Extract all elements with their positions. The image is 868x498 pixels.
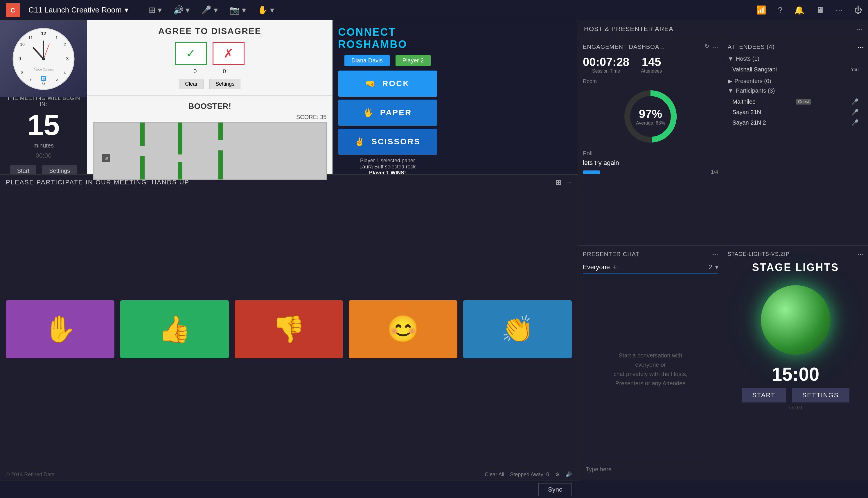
presenters-group-header[interactable]: ▶ Presenters (0) xyxy=(728,78,863,84)
presenter-chat-header: PRESENTER CHAT ··· xyxy=(583,250,718,259)
svg-text:4: 4 xyxy=(64,70,66,75)
meeting-timer-minutes: minutes xyxy=(34,142,54,149)
power-icon[interactable]: ⏻ xyxy=(854,5,862,15)
pipe-2 xyxy=(140,156,145,180)
attendees-menu-icon[interactable]: ··· xyxy=(857,43,863,51)
stage-settings-button[interactable]: SETTINGS xyxy=(792,388,850,403)
bell-icon[interactable]: 🔔 xyxy=(794,5,804,15)
chat-dropdown-icon[interactable]: ▾ xyxy=(715,264,718,271)
hands-up-menu-icon[interactable]: ··· xyxy=(566,178,572,186)
host-presenter-menu-icon[interactable]: ··· xyxy=(856,25,862,33)
participants-group-header[interactable]: ▼ Participants (3) xyxy=(728,88,863,94)
thumbs-up-card[interactable]: 👍 xyxy=(120,300,229,358)
stage-lights-menu-icon[interactable]: ··· xyxy=(857,250,863,259)
stepped-away: Stepped Away: 0 xyxy=(510,472,549,478)
agree-settings-button[interactable]: Settings xyxy=(209,79,240,89)
chat-input[interactable] xyxy=(586,466,715,473)
volume-icon[interactable]: 🔊 xyxy=(565,471,572,478)
svg-text:6: 6 xyxy=(42,81,45,86)
agree-disagree-title: AGREE TO DISAGREE xyxy=(158,26,261,36)
engagement-title: ENGAGEMENT DASHBOA... xyxy=(583,43,665,50)
scissors-button[interactable]: ✌ SCISSORS xyxy=(338,129,437,155)
stage-lights-filename: STAGE-LIGHTS-VS.ZIP xyxy=(728,251,790,257)
roshambo-title: CONNECT ROSHAMBO xyxy=(338,26,437,51)
donut-average: Average: 68% xyxy=(636,120,665,126)
roshambo-player2[interactable]: Player 2 xyxy=(395,55,431,66)
settings-gear-icon[interactable]: ⚙ xyxy=(555,471,560,478)
chat-recipient[interactable]: Everyone xyxy=(583,263,610,271)
analog-clock: 12 3 6 9 1 2 4 5 7 8 10 11 Adobe Connect xyxy=(12,27,76,91)
thumbs-down-card[interactable]: 👎 xyxy=(235,300,343,358)
smiley-card[interactable]: 😊 xyxy=(349,300,457,358)
svg-text:⊞: ⊞ xyxy=(42,77,45,80)
session-time-label: Session Time xyxy=(592,68,620,74)
meeting-timer: THE MEETING WILL BEGIN IN: 15 minutes 00… xyxy=(0,97,87,174)
mic-icon-3: 🎤 xyxy=(852,119,859,126)
pipe-5 xyxy=(219,122,223,140)
rock-button[interactable]: 🤜 ROCK xyxy=(338,70,437,97)
svg-text:9: 9 xyxy=(18,56,21,61)
participant-maithilee: Maithilee Guest 🎤 xyxy=(728,96,863,107)
signal-icon: 📶 xyxy=(756,5,766,15)
booster-score: SCORE: 35 xyxy=(93,114,327,120)
meeting-timer-number: 15 xyxy=(27,110,60,140)
booster-title: BOOSTER! xyxy=(93,102,327,111)
stage-lights-title: STAGE LIGHTS xyxy=(752,261,839,274)
screen-icon[interactable]: 🖥 xyxy=(816,5,824,15)
room-name[interactable]: C11 Launch Creative Room ▾ xyxy=(28,5,128,14)
volume-icon[interactable]: 🔊 ▾ xyxy=(173,5,190,15)
stage-start-button[interactable]: START xyxy=(742,388,786,403)
right-panel: HOST & PRESENTER AREA ··· ENGAGEMENT DAS… xyxy=(578,20,868,481)
mic-icon[interactable]: 🎤 ▾ xyxy=(201,5,218,15)
poll-title: Poll xyxy=(583,150,718,157)
stage-timer: 15:00 xyxy=(772,364,819,385)
hands-container: ✋ 👍 👎 😊 👏 xyxy=(0,190,578,468)
agree-counts: 0 0 xyxy=(194,68,226,75)
poll-bar xyxy=(583,170,600,174)
svg-text:2: 2 xyxy=(64,42,66,47)
engagement-menu-icon[interactable]: ··· xyxy=(712,43,718,51)
roshambo-player1[interactable]: Diana Davis xyxy=(344,55,390,66)
roshambo-players: Diana Davis Player 2 xyxy=(344,55,431,66)
hosts-group: ▼ Hosts (1) Vaishali Sangtani You xyxy=(728,55,863,75)
stage-lights-header: STAGE-LIGHTS-VS.ZIP ··· xyxy=(728,250,863,259)
attendees-stat: 145 Attendees xyxy=(641,55,662,74)
attendees-panel: ATTENDEES (4) ··· ▼ Hosts (1) Vaishali S… xyxy=(723,38,868,246)
svg-text:12: 12 xyxy=(41,31,46,36)
chat-count: 2 xyxy=(709,263,712,271)
svg-text:11: 11 xyxy=(28,36,33,40)
host-presenter-title: HOST & PRESENTER AREA xyxy=(584,25,673,33)
app-logo: C xyxy=(6,3,20,17)
pipe-1 xyxy=(140,122,145,146)
paper-button[interactable]: 🖐 PAPER xyxy=(338,100,437,126)
hand-raised-card[interactable]: ✋ xyxy=(6,300,115,358)
clear-all-button[interactable]: Clear All xyxy=(485,472,504,478)
svg-text:8: 8 xyxy=(21,70,24,75)
agree-count: 0 xyxy=(194,68,197,75)
grid-icon[interactable]: ⊞ xyxy=(555,178,561,186)
center-left-panel: AGREE TO DISAGREE ✓ ✗ 0 0 Clear Settings… xyxy=(87,20,332,174)
session-time-value: 00:07:28 xyxy=(583,55,629,68)
agree-button[interactable]: ✓ xyxy=(175,42,207,65)
participants-group: ▼ Participants (3) Maithilee Guest 🎤 Say… xyxy=(728,88,863,128)
chat-add-icon[interactable]: + xyxy=(613,263,617,271)
attendees-title: ATTENDEES (4) xyxy=(728,43,775,50)
clear-button[interactable]: Clear xyxy=(179,79,203,89)
sync-button[interactable]: Sync xyxy=(538,483,572,496)
chat-recipient-row: Everyone + 2 ▾ xyxy=(583,263,718,274)
apps-icon[interactable]: ⊞ ▾ xyxy=(149,5,162,15)
clap-card[interactable]: 👏 xyxy=(463,300,572,358)
hand-icon[interactable]: ✋ ▾ xyxy=(258,5,274,15)
camera-icon[interactable]: 📷 ▾ xyxy=(229,5,246,15)
disagree-button[interactable]: ✗ xyxy=(213,42,245,65)
svg-text:C: C xyxy=(11,7,15,14)
meeting-timer-time: 00:00 xyxy=(36,152,51,159)
nav-right-icons: 📶 ? 🔔 🖥 ··· ⏻ xyxy=(756,5,862,15)
copyright: © 2014 Refined Data xyxy=(6,472,55,478)
refresh-icon[interactable]: ↻ xyxy=(705,43,709,51)
hosts-group-header[interactable]: ▼ Hosts (1) xyxy=(728,55,863,62)
more-icon[interactable]: ··· xyxy=(836,5,842,15)
help-icon[interactable]: ? xyxy=(778,5,782,15)
presenter-chat-menu-icon[interactable]: ··· xyxy=(712,250,718,259)
svg-text:10: 10 xyxy=(20,42,25,47)
